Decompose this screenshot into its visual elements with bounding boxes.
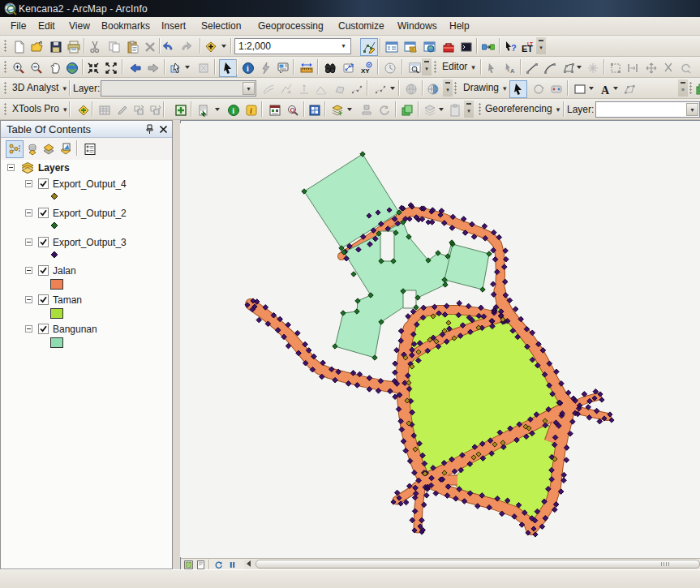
svg-text:A: A [601,84,610,97]
svg-text:i: i [247,64,249,73]
svg-text:A: A [510,67,515,75]
svg-text:i: i [232,106,234,115]
svg-text:XY: XY [361,67,370,75]
svg-text:LT: LT [527,41,533,46]
svg-text:Q: Q [290,106,295,114]
svg-text:i: i [250,106,252,115]
svg-text:?: ? [511,43,517,53]
